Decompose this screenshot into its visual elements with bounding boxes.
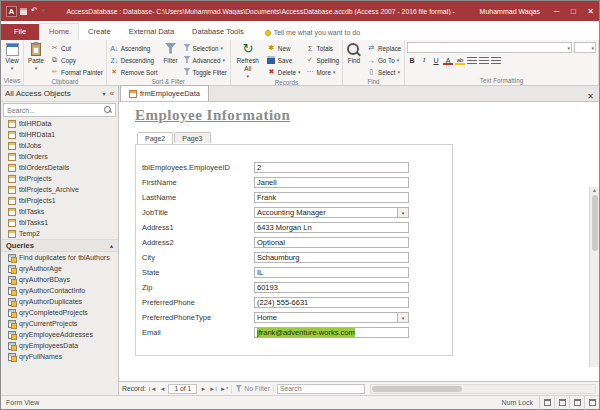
font-size-select[interactable]: ▾ [574,42,596,53]
undo-icon[interactable]: ↶ [31,7,38,15]
last-record-button[interactable]: ►I [209,386,217,392]
font-color-button[interactable]: A [443,55,453,65]
bold-button[interactable]: B [407,55,417,65]
selection-button[interactable]: Selection▾ [183,42,228,54]
ascending-button[interactable]: A↓Ascending [109,42,159,54]
remove-sort-button[interactable]: ✕Remove Sort [109,66,159,78]
select-button[interactable]: ▯Select▾ [366,66,402,78]
nav-item-tblordersdetails[interactable]: tblOrdersDetails [1,162,118,173]
filter-indicator[interactable]: No Filter [231,385,274,393]
filter-button[interactable]: Filter [162,42,180,65]
view-shortcut-design[interactable] [584,396,599,410]
more-button[interactable]: ⋯More▾ [305,66,340,78]
ribbon-tab-database-tools[interactable]: Database Tools [183,24,253,40]
replace-button[interactable]: ⇄Replace [366,42,402,54]
maximize-button[interactable]: □ [565,1,582,21]
close-document-icon[interactable]: ✕ [587,92,594,101]
view-shortcut-form[interactable] [539,396,554,410]
refresh-all-button[interactable]: ↻ Refresh All ▾ [233,42,263,79]
first-record-button[interactable]: I◄ [149,386,157,392]
horizontal-scrollbar-thumb[interactable] [372,386,462,392]
align-right-button[interactable] [491,57,501,64]
ribbon-tab-create[interactable]: Create [79,24,120,40]
nav-item-qrycompletedprojects[interactable]: qryCompletedProjects [1,307,118,318]
nav-item-tblprojects[interactable]: tblProjects [1,173,118,184]
font-name-select[interactable]: ▾ [407,42,572,53]
ribbon-tab-external-data[interactable]: External Data [120,24,183,40]
nav-item-qryauthorduplicates[interactable]: qryAuthorDuplicates [1,296,118,307]
nav-item-tblprojects1[interactable]: tblProjects1 [1,195,118,206]
spelling-button[interactable]: ✓Spelling [305,54,340,66]
nav-item-tbltasks1[interactable]: tblTasks1 [1,217,118,228]
nav-item-tblorders[interactable]: tblOrders [1,151,118,162]
nav-item-qrycurrentprojects[interactable]: qryCurrentProjects [1,318,118,329]
nav-pane-header[interactable]: All Access Objects ▾ « [1,86,118,102]
find-button[interactable]: Find [345,42,363,65]
dropdown-arrow-icon[interactable]: ▾ [397,208,408,217]
delete-button[interactable]: ✖Delete▾ [266,66,302,78]
nav-item-qryemployeesdata[interactable]: qryEmployeesData [1,340,118,351]
advanced-button[interactable]: Advanced▾ [183,54,228,66]
new-blank-record-button[interactable]: ►* [220,386,228,392]
tell-me-box[interactable]: Tell me what you want to do [265,29,360,40]
copy-button[interactable]: ⧉Copy [49,54,104,66]
vertical-scrollbar[interactable]: ▲ [589,187,599,367]
align-left-button[interactable] [467,57,477,64]
nav-item-qryauthorcontactinfo[interactable]: qryAuthorContactInfo [1,285,118,296]
go-to-button[interactable]: →Go To▾ [366,54,402,66]
horizontal-scrollbar[interactable] [370,384,596,394]
cut-button[interactable]: ✂Cut [49,42,104,54]
field-firstname[interactable]: Janell [254,177,409,188]
close-button[interactable]: ✕ [582,1,599,21]
field-preferredphonetype[interactable]: Home▾ [254,312,409,323]
field-zip[interactable]: 60193 [254,282,409,293]
scrollbar-thumb[interactable] [592,195,598,251]
section-collapse-icon[interactable]: ▴ [110,242,113,249]
nav-item-tbljobs[interactable]: tblJobs [1,140,118,151]
save-icon[interactable] [20,8,27,15]
field-address2[interactable]: Optional [254,237,409,248]
nav-search-input[interactable] [7,107,102,114]
view-shortcut-layout[interactable] [569,396,584,410]
field-address1[interactable]: 6433 Morgan Ln [254,222,409,233]
nav-item-tblprojects_archive[interactable]: tblProjects_Archive [1,184,118,195]
view-shortcut-datasheet[interactable] [554,396,569,410]
field-preferredphone[interactable]: (224) 555-6631 [254,297,409,308]
document-tab-frmemployeedata[interactable]: frmEmployeeData [120,85,209,101]
align-center-button[interactable] [479,57,489,64]
toggle-filter-button[interactable]: Toggle Filter [183,66,228,78]
format-painter-button[interactable]: ✏Format Painter [49,66,104,78]
nav-item-qryauthorage[interactable]: qryAuthorAge [1,263,118,274]
shutter-bar-icon[interactable]: « [110,89,114,98]
nav-dropdown-icon[interactable]: ▾ [103,90,106,97]
highlight-color-button[interactable]: ab [455,55,465,65]
record-search-input[interactable] [277,384,365,394]
nav-item-temp2[interactable]: Temp2 [1,228,118,239]
field-lastname[interactable]: Frank [254,192,409,203]
field-state[interactable]: IL [254,267,409,278]
nav-item-qryemployeeaddresses[interactable]: qryEmployeeAddresses [1,329,118,340]
paste-button[interactable]: Paste ▾ [26,42,46,71]
field-tblemployees-employeeid[interactable]: 2 [254,162,409,173]
nav-item-qryauthorbdays[interactable]: qryAuthorBDays [1,274,118,285]
previous-record-button[interactable]: ◄ [159,386,165,392]
field-jobtitle[interactable]: Accounting Manager▾ [254,207,409,218]
next-record-button[interactable]: ► [200,386,206,392]
nav-item-qryfullnames[interactable]: qryFullNames [1,351,118,362]
nav-item-tbltasks[interactable]: tblTasks [1,206,118,217]
new-record-button-ribbon[interactable]: ✱New [266,42,302,54]
qat-customize-icon[interactable]: ▾ [42,7,46,15]
page-tab-page2[interactable]: Page2 [137,132,173,144]
dropdown-arrow-icon[interactable]: ▾ [397,313,408,322]
minimize-button[interactable]: ─ [548,1,565,21]
nav-item-tblhrdata1[interactable]: tblHRData1 [1,129,118,140]
italic-button[interactable]: I [419,55,429,65]
underline-button[interactable]: U [431,55,441,65]
totals-button[interactable]: ΣTotals [305,42,340,54]
signed-in-user[interactable]: Muhammad Waqas [480,8,540,15]
ribbon-tab-home[interactable]: Home [39,23,79,40]
save-record-button[interactable]: Save [266,54,302,66]
field-email[interactable]: jfrank@adventure-works.com [254,327,409,338]
nav-item-find-duplicates-for-tblauthors[interactable]: Find duplicates for tblAuthors [1,252,118,263]
field-city[interactable]: Schaumburg [254,252,409,263]
